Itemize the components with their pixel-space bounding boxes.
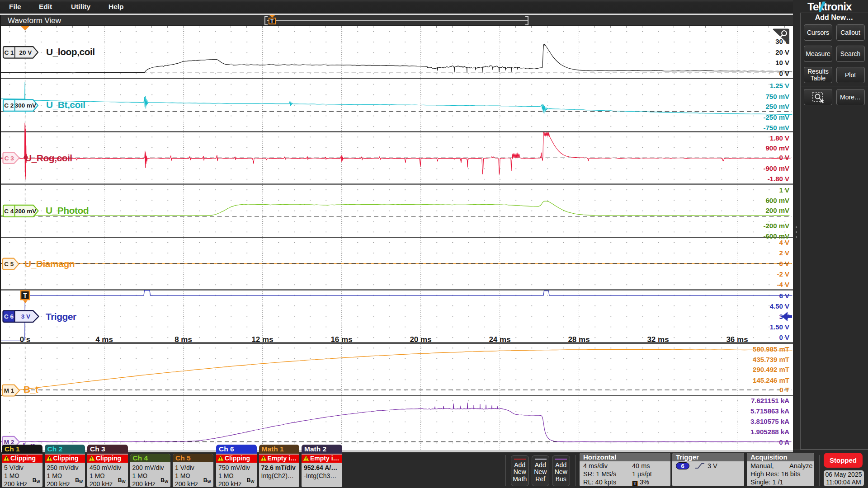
svg-text:3.810575 kA: 3.810575 kA	[750, 418, 789, 425]
svg-text:580.985 mT: 580.985 mT	[753, 345, 789, 353]
svg-text:200 mV: 200 mV	[765, 206, 789, 214]
svg-text:-250 mV: -250 mV	[763, 113, 789, 121]
svg-text:10 V: 10 V	[775, 59, 789, 66]
svg-text:0 V: 0 V	[779, 154, 789, 161]
svg-text:16 ms: 16 ms	[330, 335, 352, 344]
svg-text:C 1: C 1	[4, 49, 14, 56]
svg-text:1.25 V: 1.25 V	[770, 82, 789, 89]
svg-text:0 V: 0 V	[779, 70, 789, 77]
svg-text:U_Bt,coil: U_Bt,coil	[46, 99, 85, 110]
svg-text:1.80 V: 1.80 V	[770, 134, 789, 142]
svg-text:Trigger: Trigger	[46, 311, 76, 322]
svg-text:5.715863 kA: 5.715863 kA	[750, 407, 789, 415]
svg-text:36 ms: 36 ms	[726, 335, 748, 344]
svg-text:600 mV: 600 mV	[765, 197, 789, 204]
svg-text:Tektronix: Tektronix	[807, 1, 852, 13]
svg-text:4 V: 4 V	[779, 239, 789, 246]
svg-text:C 6: C 6	[4, 313, 14, 320]
svg-text:2 V: 2 V	[779, 249, 789, 257]
svg-text:C 5: C 5	[4, 261, 14, 267]
svg-text:8 ms: 8 ms	[175, 335, 192, 344]
svg-text:-4 V: -4 V	[777, 281, 789, 288]
svg-text:0 V: 0 V	[779, 333, 789, 341]
svg-text:0 T: 0 T	[779, 386, 789, 394]
svg-text:900 mV: 900 mV	[765, 144, 789, 152]
svg-text:U_Diamagn: U_Diamagn	[24, 258, 75, 269]
svg-text:28 ms: 28 ms	[568, 335, 590, 344]
svg-text:-900 mV: -900 mV	[763, 164, 789, 172]
svg-text:C 3: C 3	[5, 155, 14, 162]
svg-text:1.50 V: 1.50 V	[770, 323, 789, 331]
svg-text:435.739 mT: 435.739 mT	[753, 356, 789, 363]
svg-text:0 A: 0 A	[779, 438, 789, 446]
svg-text:20 ms: 20 ms	[410, 335, 431, 344]
svg-text:C 2: C 2	[4, 102, 14, 109]
svg-text:0 V: 0 V	[779, 260, 789, 267]
svg-text:750 mV: 750 mV	[765, 93, 789, 100]
svg-text:300 mV: 300 mV	[15, 102, 36, 109]
svg-text:12 ms: 12 ms	[251, 335, 273, 344]
svg-text:1.905288 kA: 1.905288 kA	[750, 428, 789, 436]
svg-text:M 1: M 1	[4, 387, 14, 394]
svg-text:200 mV: 200 mV	[15, 208, 36, 215]
svg-text:145.246 mT: 145.246 mT	[753, 376, 789, 384]
svg-text:20 V: 20 V	[775, 48, 789, 56]
svg-text:T: T	[23, 292, 27, 299]
svg-text:32 ms: 32 ms	[647, 335, 669, 344]
svg-text:-2 V: -2 V	[777, 270, 789, 278]
svg-text:-1.80 V: -1.80 V	[768, 175, 789, 183]
svg-text:3 V: 3 V	[21, 313, 30, 320]
svg-text:-750 mV: -750 mV	[763, 124, 789, 131]
svg-text:7.621151 kA: 7.621151 kA	[751, 397, 789, 404]
svg-text:-200 mV: -200 mV	[763, 222, 789, 230]
svg-text:4.50 V: 4.50 V	[770, 302, 789, 310]
svg-text:6 V: 6 V	[779, 292, 789, 300]
svg-text:250 mV: 250 mV	[765, 103, 789, 110]
svg-text:20 V: 20 V	[19, 49, 32, 56]
svg-text:4 ms: 4 ms	[95, 335, 113, 344]
svg-text:1 V: 1 V	[779, 186, 789, 194]
svg-text:24 ms: 24 ms	[489, 335, 510, 344]
svg-text:U_Photod: U_Photod	[46, 205, 89, 216]
svg-text:U_loop,coil: U_loop,coil	[46, 47, 95, 57]
svg-text:U_Rog,coil: U_Rog,coil	[25, 153, 72, 163]
svg-text:C 4: C 4	[4, 208, 14, 215]
svg-text:290.492 mT: 290.492 mT	[753, 366, 789, 373]
svg-text:B_t: B_t	[24, 384, 38, 394]
svg-text:0 s: 0 s	[20, 335, 31, 344]
